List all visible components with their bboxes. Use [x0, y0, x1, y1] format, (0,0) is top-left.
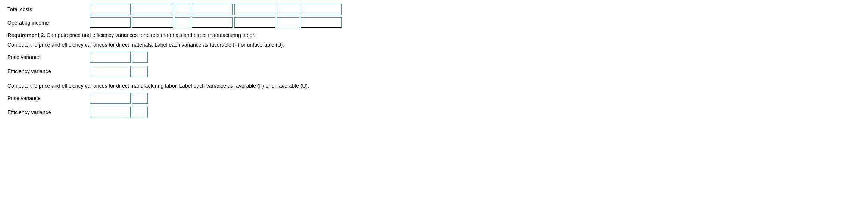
operating-income-input-2[interactable] [132, 17, 173, 28]
requirement2-heading: Requirement 2. Compute price and efficie… [7, 32, 861, 38]
labor-efficiency-inputs [90, 107, 148, 118]
materials-efficiency-input-2[interactable] [132, 66, 148, 77]
materials-price-inputs [90, 52, 148, 63]
total-costs-input-5[interactable] [234, 4, 275, 15]
operating-income-input-1[interactable] [90, 17, 131, 28]
operating-income-input-7[interactable] [301, 17, 342, 28]
operating-income-input-6[interactable] [277, 17, 299, 28]
labor-variance-section: Price variance Efficiency variance [7, 93, 861, 118]
materials-instruction: Compute the price and efficiency varianc… [7, 42, 861, 48]
operating-income-label: Operating income [7, 20, 90, 26]
operating-income-input-4[interactable] [192, 17, 233, 28]
total-costs-input-4[interactable] [192, 4, 233, 15]
labor-price-input-1[interactable] [90, 93, 131, 104]
materials-price-label: Price variance [7, 54, 90, 60]
operating-income-row: Operating income [7, 17, 861, 28]
operating-income-input-3[interactable] [175, 17, 190, 28]
total-costs-input-1[interactable] [90, 4, 131, 15]
labor-price-input-2[interactable] [132, 93, 148, 104]
labor-price-label: Price variance [7, 95, 90, 101]
materials-variance-section: Price variance Efficiency variance [7, 52, 861, 77]
labor-efficiency-label: Efficiency variance [7, 109, 90, 115]
materials-price-input-2[interactable] [132, 52, 148, 63]
labor-efficiency-input-1[interactable] [90, 107, 131, 118]
materials-efficiency-inputs [90, 66, 148, 77]
materials-efficiency-input-1[interactable] [90, 66, 131, 77]
total-costs-input-3[interactable] [175, 4, 190, 15]
total-costs-inputs [90, 4, 342, 15]
materials-efficiency-label: Efficiency variance [7, 68, 90, 74]
materials-price-input-1[interactable] [90, 52, 131, 63]
total-costs-row: Total costs [7, 4, 861, 15]
requirement2-heading-text: Compute price and efficiency variances f… [45, 32, 255, 38]
materials-price-row: Price variance [7, 52, 861, 63]
total-costs-input-7[interactable] [301, 4, 342, 15]
operating-income-input-5[interactable] [234, 17, 275, 28]
requirement2-bold: Requirement 2. [7, 32, 45, 38]
materials-efficiency-row: Efficiency variance [7, 66, 861, 77]
labor-price-inputs [90, 93, 148, 104]
total-costs-label: Total costs [7, 6, 90, 12]
total-costs-input-6[interactable] [277, 4, 299, 15]
operating-income-inputs [90, 17, 342, 28]
total-costs-input-2[interactable] [132, 4, 173, 15]
labor-efficiency-row: Efficiency variance [7, 107, 861, 118]
labor-efficiency-input-2[interactable] [132, 107, 148, 118]
labor-instruction: Compute the price and efficiency varianc… [7, 83, 861, 89]
labor-price-row: Price variance [7, 93, 861, 104]
